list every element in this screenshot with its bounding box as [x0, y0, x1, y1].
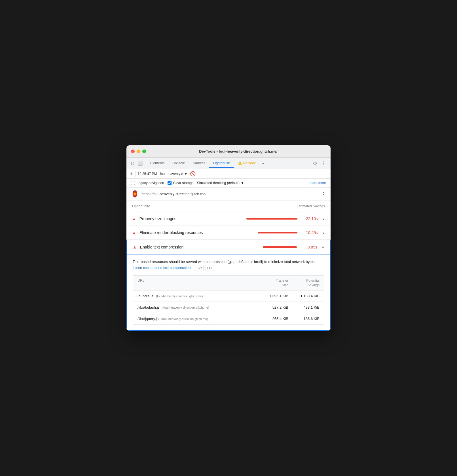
title-bar: DevTools - foul-heavenly-direction.glitc… — [126, 145, 331, 158]
col-savings-header: PotentialSavings — [288, 279, 320, 287]
resource-row: /libs/jquery.js (foul-heavenly-direction… — [133, 313, 324, 324]
maximize-button[interactable] — [142, 149, 146, 153]
audit-title: Eliminate render-blocking resources — [139, 230, 237, 235]
opportunity-header: Opportunity — [132, 204, 150, 208]
col-transfer-header: TransferSize — [257, 279, 288, 287]
learn-more-compression-link[interactable]: Learn more about text compression — [133, 266, 191, 270]
tab-console[interactable]: Console — [168, 159, 189, 168]
resource-url-host: (foul-heavenly-direction.glitch.me) — [162, 306, 209, 309]
fcp-badge: FCP — [194, 265, 204, 271]
resource-url: /bundle.js (foul-heavenly-direction.glit… — [137, 294, 257, 298]
devtools-window: DevTools - foul-heavenly-direction.glitc… — [126, 145, 331, 331]
tab-network[interactable]: ⚠️ Network — [234, 159, 260, 168]
separator — [135, 171, 136, 177]
options-bar: Legacy navigation Clear storage Simulate… — [126, 179, 331, 188]
settings-icon[interactable]: ⚙ — [311, 159, 319, 168]
url-more-button[interactable]: ⋮ — [321, 191, 326, 197]
lighthouse-icon: 🏮 — [131, 190, 139, 198]
resource-transfer-size: 1,395.1 KiB — [257, 294, 288, 298]
resources-table-header: URL TransferSize PotentialSavings — [133, 276, 324, 290]
learn-more-link[interactable]: Learn more — [309, 181, 326, 185]
tab-sources[interactable]: Sources — [189, 159, 209, 168]
audit-bar-container — [241, 232, 297, 233]
warning-icon: ▲ — [133, 245, 137, 249]
expand-chevron-icon: ∨ — [322, 217, 325, 221]
close-button[interactable] — [131, 149, 135, 153]
audit-time: 8.85s — [300, 245, 317, 249]
throttle-arrow-icon: ▼ — [241, 181, 244, 185]
collapse-chevron-icon: ∧ — [322, 245, 324, 249]
audit-row-properly-size-images[interactable]: ▲ Properly size images 22.10s ∨ — [126, 212, 331, 226]
session-label: 12:35:47 PM - foul-heavenly-c — [138, 172, 183, 176]
more-tabs-button[interactable]: » — [260, 160, 266, 167]
audit-savings-bar — [246, 218, 297, 220]
audit-description: Text-based resources should be served wi… — [133, 259, 324, 271]
warning-icon: ▲ — [132, 230, 136, 235]
audit-content: Opportunity Estimated Savings ▲ Properly… — [126, 201, 331, 331]
window-title: DevTools - foul-heavenly-direction.glitc… — [151, 149, 326, 153]
audit-title: Properly size images — [139, 216, 237, 221]
legacy-nav-checkbox[interactable] — [131, 181, 135, 185]
col-url-header: URL — [137, 279, 257, 287]
legacy-nav-checkbox-label[interactable]: Legacy navigation — [131, 181, 164, 185]
tab-icon-group: ⬡ ⬜ — [129, 158, 145, 169]
tab-lighthouse[interactable]: Lighthouse — [209, 159, 234, 168]
audit-title: Enable text compression — [140, 245, 237, 249]
resource-url-main: /libs/jquery.js — [137, 317, 158, 321]
audit-time: 22.10s — [301, 216, 318, 221]
resource-url: /libs/lodash.js (foul-heavenly-direction… — [137, 305, 257, 309]
expanded-audit-detail: Text-based resources should be served wi… — [126, 254, 331, 331]
add-session-button[interactable]: + — [130, 171, 133, 176]
resource-potential-savings: 186.6 KiB — [288, 317, 320, 321]
audit-savings-bar — [258, 232, 297, 233]
clear-storage-checkbox-label[interactable]: Clear storage — [168, 181, 194, 185]
warning-triangle-icon: ⚠️ — [238, 161, 242, 165]
resource-potential-savings: 433.1 KiB — [288, 305, 320, 309]
lcp-badge: LCP — [206, 265, 215, 271]
inspect-icon[interactable]: ⬜ — [137, 160, 144, 167]
resource-transfer-size: 265.4 KiB — [257, 317, 288, 321]
throttle-selector[interactable]: Simulated throttling (default) ▼ — [197, 181, 244, 185]
audit-bar-container — [241, 218, 297, 220]
resource-url: /libs/jquery.js (foul-heavenly-direction… — [137, 317, 257, 321]
resource-url-main: /libs/lodash.js — [137, 305, 160, 309]
resource-url-host: (foul-heavenly-direction.glitch.me) — [156, 294, 203, 298]
clear-storage-label: Clear storage — [173, 181, 194, 185]
session-selector[interactable]: 12:35:47 PM - foul-heavenly-c ▼ — [138, 172, 188, 176]
resource-row: /bundle.js (foul-heavenly-direction.glit… — [133, 290, 324, 302]
audit-row-enable-text-compression[interactable]: ▲ Enable text compression 8.85s ∧ — [126, 240, 331, 254]
savings-header: Estimated Savings — [297, 204, 325, 208]
audit-row-eliminate-render-blocking[interactable]: ▲ Eliminate render-blocking resources 10… — [126, 226, 331, 240]
resource-url-host: (foul-heavenly-direction.glitch.me) — [161, 317, 208, 321]
audit-time: 10.25s — [301, 230, 318, 235]
resource-row: /libs/lodash.js (foul-heavenly-direction… — [133, 302, 324, 313]
devtools-body: ⬡ ⬜ Elements Console Sources Lighthouse … — [126, 158, 331, 331]
url-display: https://foul-heavenly-direction.glitch.m… — [141, 192, 318, 196]
cursor-icon[interactable]: ⬡ — [130, 160, 136, 167]
clear-storage-checkbox[interactable] — [168, 181, 172, 185]
minimize-button[interactable] — [137, 149, 140, 153]
chevron-down-icon: ▼ — [184, 172, 188, 176]
resource-url-main: /bundle.js — [137, 294, 153, 298]
more-options-icon[interactable]: ⋮ — [319, 159, 328, 168]
expand-chevron-icon: ∨ — [322, 231, 325, 235]
tab-bar: ⬡ ⬜ Elements Console Sources Lighthouse … — [126, 158, 331, 169]
audit-savings-bar — [263, 246, 297, 248]
audit-bar-container — [240, 246, 297, 248]
traffic-lights — [131, 149, 146, 153]
throttle-text: Simulated throttling (default) — [197, 181, 240, 185]
legacy-nav-label: Legacy navigation — [137, 181, 164, 185]
block-icon[interactable]: 🚫 — [190, 171, 196, 176]
url-bar: 🏮 https://foul-heavenly-direction.glitch… — [126, 188, 331, 201]
resource-transfer-size: 527.2 KiB — [257, 305, 288, 309]
secondary-bar: + 12:35:47 PM - foul-heavenly-c ▼ 🚫 — [126, 169, 331, 179]
resource-potential-savings: 1,133.4 KiB — [288, 294, 320, 298]
resources-table: URL TransferSize PotentialSavings /bundl… — [133, 275, 324, 325]
audit-table-header: Opportunity Estimated Savings — [126, 201, 331, 212]
warning-icon: ▲ — [132, 216, 136, 221]
tab-elements[interactable]: Elements — [146, 159, 168, 168]
